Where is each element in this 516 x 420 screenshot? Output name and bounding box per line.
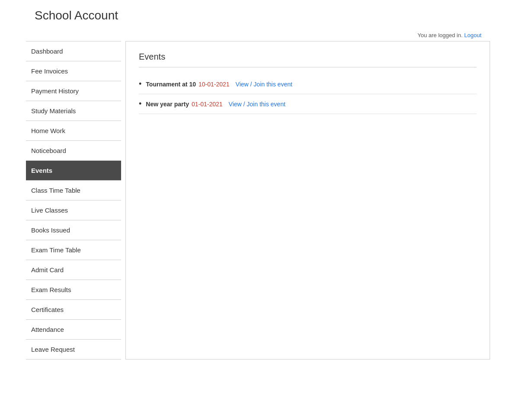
- event-item: •Tournament at 1010-01-2021View / Join t…: [139, 74, 477, 94]
- event-name: New year party: [146, 101, 189, 108]
- sidebar: DashboardFee InvoicesPayment HistoryStud…: [26, 41, 121, 360]
- event-join-link[interactable]: View / Join this event: [236, 81, 292, 88]
- sidebar-item-home-work[interactable]: Home Work: [26, 121, 121, 141]
- event-bullet: •: [139, 80, 141, 89]
- sidebar-item-leave-request[interactable]: Leave Request: [26, 340, 121, 360]
- logout-link[interactable]: Logout: [464, 32, 481, 38]
- event-name: Tournament at 10: [146, 81, 196, 88]
- event-date: 01-01-2021: [192, 101, 223, 108]
- sidebar-item-books-issued[interactable]: Books Issued: [26, 220, 121, 240]
- sidebar-item-noticeboard[interactable]: Noticeboard: [26, 141, 121, 161]
- event-bullet: •: [139, 99, 141, 108]
- sidebar-item-live-classes[interactable]: Live Classes: [26, 200, 121, 220]
- content-title: Events: [139, 52, 477, 67]
- top-bar: You are logged in. Logout: [0, 29, 516, 41]
- event-date: 10-01-2021: [199, 81, 230, 88]
- sidebar-item-exam-time-table[interactable]: Exam Time Table: [26, 240, 121, 260]
- sidebar-item-events[interactable]: Events: [26, 161, 121, 181]
- sidebar-item-class-time-table[interactable]: Class Time Table: [26, 181, 121, 200]
- event-list: •Tournament at 1010-01-2021View / Join t…: [139, 74, 477, 114]
- sidebar-item-dashboard[interactable]: Dashboard: [26, 41, 121, 61]
- sidebar-item-certificates[interactable]: Certificates: [26, 300, 121, 320]
- logged-in-text: You are logged in.: [417, 32, 462, 38]
- event-join-link[interactable]: View / Join this event: [229, 101, 285, 108]
- sidebar-item-exam-results[interactable]: Exam Results: [26, 280, 121, 300]
- sidebar-item-payment-history[interactable]: Payment History: [26, 81, 121, 101]
- content-area: Events •Tournament at 1010-01-2021View /…: [125, 41, 490, 360]
- page-title: School Account: [0, 0, 516, 29]
- event-item: •New year party01-01-2021View / Join thi…: [139, 94, 477, 114]
- sidebar-item-study-materials[interactable]: Study Materials: [26, 101, 121, 121]
- sidebar-item-admit-card[interactable]: Admit Card: [26, 260, 121, 280]
- sidebar-item-fee-invoices[interactable]: Fee Invoices: [26, 61, 121, 81]
- main-layout: DashboardFee InvoicesPayment HistoryStud…: [0, 41, 516, 360]
- sidebar-item-attendance[interactable]: Attendance: [26, 320, 121, 340]
